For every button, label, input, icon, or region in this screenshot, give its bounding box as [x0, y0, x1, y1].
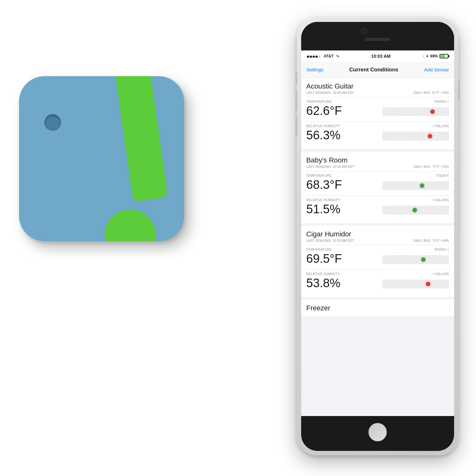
last-reading: LAST READING: 10:03 AM EDT [306, 165, 354, 169]
signal-dots [307, 54, 321, 59]
temp-gauge-dot [421, 257, 426, 262]
status-time: 10:03 AM [371, 54, 391, 59]
battery-percent: 69% [430, 54, 438, 58]
divider [306, 171, 449, 171]
device-hole [44, 114, 61, 131]
humidity-label: RELATIVE HUMIDITY [306, 124, 340, 128]
daily-avg: DAILY AVG: 73°F / 49% [413, 239, 449, 242]
temp-value: 62.6°F [306, 105, 344, 117]
humidity-row: RELATIVE HUMIDITY < FALLING 53.8% [306, 272, 449, 291]
add-sensor-button[interactable]: Add Sensor [424, 67, 449, 72]
temperature-row: TEMPERATURE STEADY 68.3°F [306, 174, 449, 192]
daily-avg: DAILY AVG: 72°F / 52% [413, 165, 449, 169]
device-stripe-2 [105, 209, 155, 241]
divider [306, 97, 449, 97]
front-camera [362, 29, 367, 34]
temperature-row: TEMPERATURE RISING > 62.6°F [306, 100, 449, 118]
sensor-name: Acoustic Guitar [306, 82, 449, 90]
wifi-icon: ∿ [336, 54, 339, 58]
bluetooth-icon: ✦ [426, 54, 429, 58]
phone-screen: AT&T ∿ 10:03 AM ↑ ✦ 69% Settin [301, 50, 454, 416]
temp-trend: STEADY [436, 174, 449, 177]
daily-avg: DAILY AVG: 67°F / 56% [413, 91, 449, 95]
last-reading: LAST READING: 10:03 AM EDT [306, 239, 354, 242]
phone-speaker [365, 38, 390, 41]
humidity-trend: < FALLING [433, 124, 449, 128]
settings-button[interactable]: Settings [306, 67, 323, 72]
temperature-row: TEMPERATURE RISING > 69.5°F [306, 248, 449, 266]
humidity-gauge-dot [428, 134, 432, 138]
divider [306, 195, 449, 196]
humidity-trend: < FALLING [433, 198, 449, 202]
navigation-bar: Settings Current Conditions Add Sensor [301, 62, 454, 78]
volume-down-button[interactable] [295, 116, 297, 136]
status-bar: AT&T ∿ 10:03 AM ↑ ✦ 69% [301, 50, 454, 62]
sensor-name: Freezer [306, 304, 449, 312]
sensor-card-cigar-humidor[interactable]: Cigar Humidor LAST READING: 10:03 AM EDT… [301, 226, 454, 297]
sensor-card-babys-room[interactable]: Baby's Room LAST READING: 10:03 AM EDT D… [301, 152, 454, 223]
temp-gauge-dot [430, 109, 435, 114]
sensor-name: Cigar Humidor [306, 230, 449, 238]
humidity-trend: < FALLING [433, 272, 449, 276]
temp-trend: RISING > [435, 248, 449, 251]
humidity-label: RELATIVE HUMIDITY [306, 198, 340, 202]
divider [306, 122, 449, 122]
nav-title: Current Conditions [349, 67, 398, 73]
carrier-label: AT&T [324, 54, 334, 58]
temp-label: TEMPERATURE [306, 248, 332, 251]
location-icon: ↑ [422, 54, 424, 58]
temp-value: 69.5°F [306, 253, 344, 265]
sensor-list[interactable]: Acoustic Guitar LAST READING: 10:03 AM E… [301, 78, 454, 416]
power-button[interactable] [458, 81, 460, 100]
temp-trend: RISING > [435, 100, 449, 103]
phone-top-bar [301, 22, 454, 50]
temp-gauge-dot [420, 183, 424, 188]
status-left: AT&T ∿ [307, 54, 339, 59]
status-right: ↑ ✦ 69% [422, 54, 448, 58]
humidity-value: 53.8% [306, 277, 344, 289]
sensor-meta: LAST READING: 10:03 AM EDT DAILY AVG: 73… [306, 239, 449, 242]
humidity-row: RELATIVE HUMIDITY < FALLING 56.3% [306, 124, 449, 143]
humidity-row: RELATIVE HUMIDITY < FALLING 51.5% [306, 198, 449, 217]
battery-icon [440, 54, 448, 58]
phone-device: AT&T ∿ 10:03 AM ↑ ✦ 69% Settin [297, 17, 459, 455]
device-stripe-1 [115, 76, 168, 202]
humidity-label: RELATIVE HUMIDITY [306, 272, 340, 276]
temp-label: TEMPERATURE [306, 174, 332, 177]
home-button[interactable] [368, 423, 387, 441]
humidity-gauge-dot [413, 208, 417, 212]
humidity-value: 56.3% [306, 129, 344, 141]
sensor-card-acoustic-guitar[interactable]: Acoustic Guitar LAST READING: 10:03 AM E… [301, 78, 454, 149]
volume-up-button[interactable] [295, 90, 297, 111]
battery-fill [440, 55, 445, 57]
divider [306, 269, 449, 270]
temp-value: 68.3°F [306, 179, 344, 191]
device-product [19, 76, 197, 254]
last-reading: LAST READING: 10:03 AM EDT [306, 91, 354, 95]
mute-button[interactable] [295, 71, 297, 84]
sensor-meta: LAST READING: 10:03 AM EDT DAILY AVG: 67… [306, 91, 449, 95]
divider [306, 245, 449, 245]
sensor-card-freezer[interactable]: Freezer [301, 300, 454, 316]
sensor-name: Baby's Room [306, 156, 449, 164]
temp-label: TEMPERATURE [306, 100, 332, 103]
humidity-value: 51.5% [306, 203, 344, 215]
sensor-meta: LAST READING: 10:03 AM EDT DAILY AVG: 72… [306, 165, 449, 169]
humidity-gauge-dot [426, 282, 430, 286]
